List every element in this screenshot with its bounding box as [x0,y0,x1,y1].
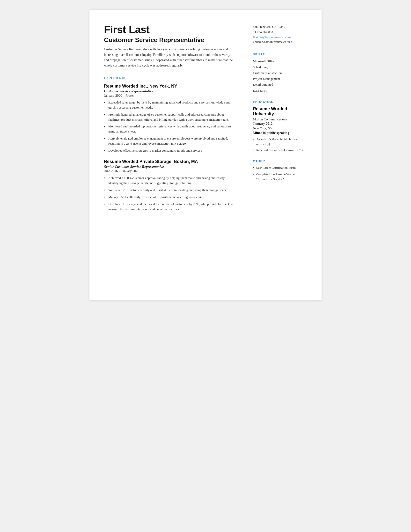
right-column: San Francisco, CA 12345 +1 234 567-890 f… [244,24,307,285]
dates-1: January 2020 – Present [104,94,234,98]
candidate-name: First Last [104,24,234,35]
contact-email[interactable]: first.last@resumeworded.com [253,35,291,39]
experience-block-1: Resume Worded Inc., New York, NY Custome… [104,84,234,153]
role-2: Senior Customer Service Representative [104,165,234,169]
skill-2: Scheduling [253,64,307,70]
resume-page: First Last Customer Service Representati… [89,10,322,300]
edu-bullet-1: Awards: [Optional highlight from univers… [253,137,307,146]
edu-bullets: Awards: [Optional highlight from univers… [253,137,307,152]
education-block: Resume Worded University M.S. in Communi… [253,106,307,152]
contact-location: San Francisco, CA 12345 [253,24,307,29]
experience-block-2: Resume Worded Private Storage, Boston, M… [104,159,234,212]
bullet-2-1: Achieved a 100% customer approval rating… [104,176,234,186]
bullet-2-2: Welcomed 20+ customers daily and assiste… [104,188,234,193]
bullet-1-4: Actively evaluated employee engagement t… [104,136,234,146]
bullet-1-3: Monitored and recorded top customer grie… [104,124,234,134]
experience-section-label: EXPERIENCE [104,76,234,80]
skill-4: Project Management [253,76,307,82]
skill-5: Detail Oriented [253,82,307,87]
other-section-label: OTHER [253,159,307,163]
job-title: Customer Service Representative [104,36,234,44]
dates-2: June 2016 – January 2020 [104,169,234,173]
skill-6: Data Entry [253,88,307,94]
left-column: First Last Customer Service Representati… [104,24,244,285]
skills-section-label: SKILLS [253,52,307,56]
other-list: SCP Career Certification Exam Completed … [253,165,307,182]
bullet-1-5: Developed effective strategies to market… [104,148,234,153]
edu-university: Resume Worded University [253,106,307,116]
edu-location: New York, NY [253,126,307,130]
contact-phone: +1 234 567-890 [253,29,307,35]
bullet-2-3: Managed 50+ calls daily with a cool disp… [104,195,234,200]
edu-date: January 2012 [253,122,307,126]
company-1: Resume Worded Inc., New York, NY [104,84,234,89]
company-2: Resume Worded Private Storage, Boston, M… [104,159,234,164]
role-1: Customer Service Representative [104,89,234,93]
bullets-1: Exceeded sales target by 18% by maintain… [104,100,234,153]
edu-bullet-2: Received Senior Scholar Award 2012 [253,148,307,152]
skill-1: Microsoft Office [253,58,307,64]
contact-block: San Francisco, CA 12345 +1 234 567-890 f… [253,24,307,45]
edu-degree: M.S. in Communications [253,117,307,121]
bullet-1-1: Exceeded sales target by 18% by maintain… [104,100,234,110]
summary-text: Customer Service Representative with fiv… [104,47,234,68]
education-section-label: EDUCATION [253,100,307,104]
bullet-1-2: Promptly handled an average of 80 custom… [104,112,234,122]
edu-minor: Minor in public speaking [253,131,307,135]
skills-list: Microsoft Office Scheduling Customer Sat… [253,58,307,94]
skill-3: Customer Satisfaction [253,70,307,76]
bullet-2-4: Developed E-surveys and increased the nu… [104,202,234,212]
other-item-2: Completed the Resume Worded "Attitude fo… [253,172,307,181]
other-item-1: SCP Career Certification Exam [253,165,307,170]
contact-linkedin: linkedin.com/in/resumeworded [253,39,307,45]
bullets-2: Achieved a 100% customer approval rating… [104,176,234,212]
